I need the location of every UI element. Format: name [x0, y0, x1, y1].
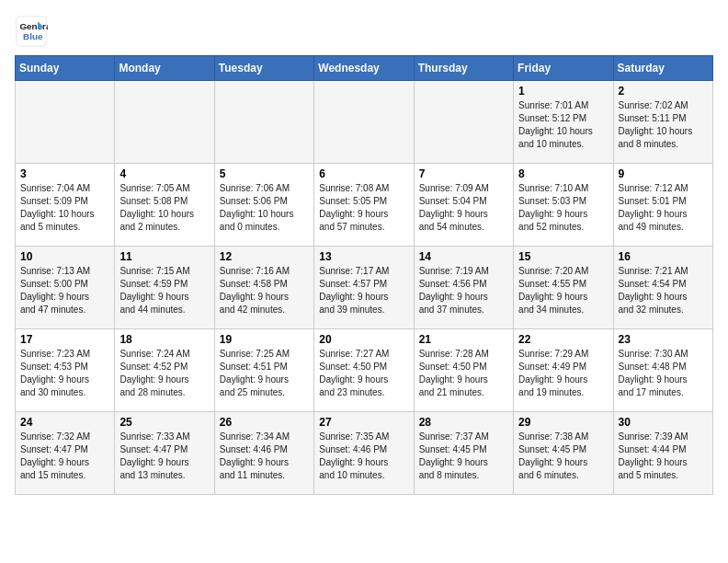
day-detail: Sunrise: 7:28 AM Sunset: 4:50 PM Dayligh… [419, 348, 508, 399]
calendar-cell [115, 81, 214, 164]
day-number: 17 [20, 333, 109, 346]
day-detail: Sunrise: 7:15 AM Sunset: 4:59 PM Dayligh… [119, 265, 209, 316]
day-number: 14 [419, 250, 508, 263]
day-detail: Sunrise: 7:38 AM Sunset: 4:45 PM Dayligh… [518, 431, 608, 482]
calendar-cell: 25Sunrise: 7:33 AM Sunset: 4:47 PM Dayli… [115, 412, 214, 495]
calendar-cell: 2Sunrise: 7:02 AM Sunset: 5:11 PM Daylig… [613, 81, 712, 164]
calendar-cell: 26Sunrise: 7:34 AM Sunset: 4:46 PM Dayli… [214, 412, 313, 495]
weekday-header: Friday [514, 56, 613, 81]
day-detail: Sunrise: 7:25 AM Sunset: 4:51 PM Dayligh… [220, 348, 309, 399]
day-number: 8 [518, 167, 608, 180]
day-number: 4 [119, 167, 209, 180]
calendar-cell: 1Sunrise: 7:01 AM Sunset: 5:12 PM Daylig… [514, 81, 613, 164]
day-detail: Sunrise: 7:30 AM Sunset: 4:48 PM Dayligh… [619, 348, 708, 399]
day-number: 30 [619, 416, 708, 429]
calendar-table: SundayMondayTuesdayWednesdayThursdayFrid… [15, 55, 713, 495]
calendar-cell: 12Sunrise: 7:16 AM Sunset: 4:58 PM Dayli… [214, 247, 313, 329]
calendar-cell: 24Sunrise: 7:32 AM Sunset: 4:47 PM Dayli… [16, 412, 115, 495]
calendar-header: SundayMondayTuesdayWednesdayThursdayFrid… [16, 56, 713, 81]
day-number: 23 [619, 333, 708, 346]
day-number: 21 [419, 333, 508, 346]
day-detail: Sunrise: 7:35 AM Sunset: 4:46 PM Dayligh… [319, 431, 408, 482]
day-number: 22 [518, 333, 608, 346]
calendar-cell: 11Sunrise: 7:15 AM Sunset: 4:59 PM Dayli… [115, 247, 214, 329]
day-detail: Sunrise: 7:34 AM Sunset: 4:46 PM Dayligh… [220, 431, 309, 482]
day-number: 19 [220, 333, 309, 346]
calendar-week-row: 10Sunrise: 7:13 AM Sunset: 5:00 PM Dayli… [16, 247, 713, 329]
svg-text:General: General [19, 21, 48, 31]
day-detail: Sunrise: 7:08 AM Sunset: 5:05 PM Dayligh… [319, 182, 408, 234]
weekday-header: Wednesday [314, 56, 414, 81]
calendar-week-row: 1Sunrise: 7:01 AM Sunset: 5:12 PM Daylig… [16, 81, 713, 164]
day-detail: Sunrise: 7:16 AM Sunset: 4:58 PM Dayligh… [220, 265, 309, 316]
calendar-cell: 13Sunrise: 7:17 AM Sunset: 4:57 PM Dayli… [314, 247, 414, 329]
calendar-cell: 22Sunrise: 7:29 AM Sunset: 4:49 PM Dayli… [514, 329, 613, 412]
weekday-header: Monday [115, 56, 214, 81]
day-number: 28 [419, 416, 508, 429]
calendar-week-row: 24Sunrise: 7:32 AM Sunset: 4:47 PM Dayli… [16, 412, 713, 495]
calendar-cell: 30Sunrise: 7:39 AM Sunset: 4:44 PM Dayli… [613, 412, 712, 495]
day-number: 16 [619, 250, 708, 263]
calendar-cell: 27Sunrise: 7:35 AM Sunset: 4:46 PM Dayli… [314, 412, 414, 495]
day-detail: Sunrise: 7:24 AM Sunset: 4:52 PM Dayligh… [119, 348, 209, 399]
calendar-cell [314, 81, 414, 164]
day-detail: Sunrise: 7:12 AM Sunset: 5:01 PM Dayligh… [619, 182, 708, 234]
day-number: 5 [220, 167, 309, 180]
calendar-cell [16, 81, 115, 164]
day-detail: Sunrise: 7:09 AM Sunset: 5:04 PM Dayligh… [419, 182, 508, 234]
calendar-cell: 17Sunrise: 7:23 AM Sunset: 4:53 PM Dayli… [16, 329, 115, 412]
day-detail: Sunrise: 7:04 AM Sunset: 5:09 PM Dayligh… [20, 182, 109, 234]
day-detail: Sunrise: 7:01 AM Sunset: 5:12 PM Dayligh… [518, 99, 608, 151]
calendar-cell: 18Sunrise: 7:24 AM Sunset: 4:52 PM Dayli… [115, 329, 214, 412]
day-detail: Sunrise: 7:20 AM Sunset: 4:55 PM Dayligh… [518, 265, 608, 316]
calendar-cell [414, 81, 513, 164]
calendar-cell: 14Sunrise: 7:19 AM Sunset: 4:56 PM Dayli… [414, 247, 513, 329]
header: General Blue [15, 15, 713, 48]
day-number: 12 [220, 250, 309, 263]
logo: General Blue [15, 15, 48, 48]
day-number: 27 [319, 416, 408, 429]
day-detail: Sunrise: 7:27 AM Sunset: 4:50 PM Dayligh… [319, 348, 408, 399]
calendar-cell: 7Sunrise: 7:09 AM Sunset: 5:04 PM Daylig… [414, 164, 513, 247]
calendar-cell: 16Sunrise: 7:21 AM Sunset: 4:54 PM Dayli… [613, 247, 712, 329]
calendar-cell: 9Sunrise: 7:12 AM Sunset: 5:01 PM Daylig… [613, 164, 712, 247]
day-detail: Sunrise: 7:19 AM Sunset: 4:56 PM Dayligh… [419, 265, 508, 316]
day-detail: Sunrise: 7:23 AM Sunset: 4:53 PM Dayligh… [20, 348, 109, 399]
day-number: 26 [220, 416, 309, 429]
day-detail: Sunrise: 7:02 AM Sunset: 5:11 PM Dayligh… [619, 99, 708, 151]
day-number: 20 [319, 333, 408, 346]
day-detail: Sunrise: 7:33 AM Sunset: 4:47 PM Dayligh… [119, 431, 209, 482]
day-number: 25 [119, 416, 209, 429]
day-number: 29 [518, 416, 608, 429]
calendar-cell [214, 81, 313, 164]
day-number: 10 [20, 250, 109, 263]
day-detail: Sunrise: 7:17 AM Sunset: 4:57 PM Dayligh… [319, 265, 408, 316]
calendar-cell: 3Sunrise: 7:04 AM Sunset: 5:09 PM Daylig… [16, 164, 115, 247]
day-detail: Sunrise: 7:13 AM Sunset: 5:00 PM Dayligh… [20, 265, 109, 316]
calendar-cell: 20Sunrise: 7:27 AM Sunset: 4:50 PM Dayli… [314, 329, 414, 412]
day-number: 2 [619, 85, 708, 98]
day-number: 1 [518, 85, 608, 98]
calendar-cell: 10Sunrise: 7:13 AM Sunset: 5:00 PM Dayli… [16, 247, 115, 329]
calendar-cell: 21Sunrise: 7:28 AM Sunset: 4:50 PM Dayli… [414, 329, 513, 412]
calendar-cell: 28Sunrise: 7:37 AM Sunset: 4:45 PM Dayli… [414, 412, 513, 495]
calendar-cell: 5Sunrise: 7:06 AM Sunset: 5:06 PM Daylig… [214, 164, 313, 247]
day-number: 15 [518, 250, 608, 263]
day-number: 24 [20, 416, 109, 429]
day-number: 13 [319, 250, 408, 263]
day-detail: Sunrise: 7:21 AM Sunset: 4:54 PM Dayligh… [619, 265, 708, 316]
day-detail: Sunrise: 7:39 AM Sunset: 4:44 PM Dayligh… [619, 431, 708, 482]
day-detail: Sunrise: 7:05 AM Sunset: 5:08 PM Dayligh… [119, 182, 209, 234]
calendar-cell: 4Sunrise: 7:05 AM Sunset: 5:08 PM Daylig… [115, 164, 214, 247]
day-detail: Sunrise: 7:29 AM Sunset: 4:49 PM Dayligh… [518, 348, 608, 399]
calendar-week-row: 3Sunrise: 7:04 AM Sunset: 5:09 PM Daylig… [16, 164, 713, 247]
day-detail: Sunrise: 7:32 AM Sunset: 4:47 PM Dayligh… [20, 431, 109, 482]
weekday-header: Thursday [414, 56, 513, 81]
day-number: 9 [619, 167, 708, 180]
calendar-cell: 6Sunrise: 7:08 AM Sunset: 5:05 PM Daylig… [314, 164, 414, 247]
svg-text:Blue: Blue [23, 31, 43, 41]
calendar-cell: 29Sunrise: 7:38 AM Sunset: 4:45 PM Dayli… [514, 412, 613, 495]
weekday-header: Tuesday [214, 56, 313, 81]
day-number: 7 [419, 167, 508, 180]
day-number: 18 [119, 333, 209, 346]
